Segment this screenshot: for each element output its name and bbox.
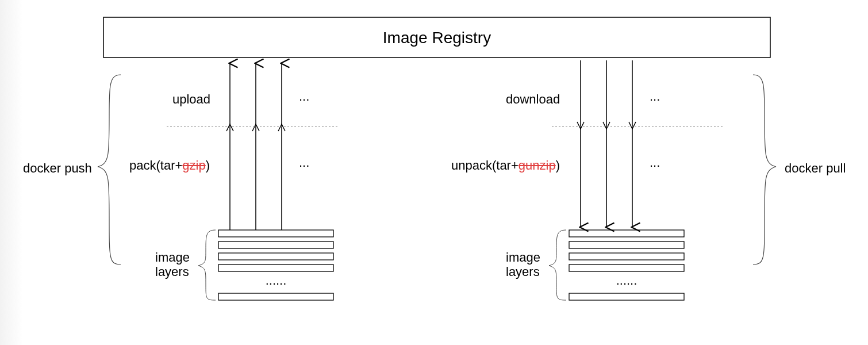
left-layers-ellipsis: ······ <box>266 276 287 290</box>
right-unpack-strike: gunzip <box>519 158 556 172</box>
svg-rect-12 <box>569 241 684 248</box>
right-brace <box>753 75 776 264</box>
right-unpack-suffix: ) <box>556 158 560 172</box>
right-arrows <box>577 60 636 227</box>
left-brace <box>98 75 121 264</box>
svg-rect-7 <box>218 293 333 300</box>
registry-title: Image Registry <box>383 29 491 47</box>
left-pack-prefix: pack(tar+ <box>129 158 182 172</box>
svg-rect-14 <box>569 264 684 271</box>
left-layers-label2: layers <box>155 264 189 279</box>
left-pack-suffix: ) <box>206 158 210 172</box>
svg-rect-13 <box>569 253 684 260</box>
svg-rect-5 <box>218 253 333 260</box>
docker-pull-label: docker pull <box>785 161 846 175</box>
svg-rect-6 <box>218 264 333 271</box>
right-unpack-prefix: unpack(tar+ <box>451 158 519 172</box>
right-unpack-dots: ··· <box>650 158 660 172</box>
svg-rect-11 <box>569 230 684 237</box>
svg-rect-15 <box>569 293 684 300</box>
svg-rect-4 <box>218 241 333 248</box>
left-pack-dots: ··· <box>299 158 309 172</box>
left-upload-dots: ··· <box>299 92 309 106</box>
right-layers-label2: layers <box>506 264 540 279</box>
docker-push-label: docker push <box>23 161 92 175</box>
right-unpack-label: unpack(tar+gunzip) <box>451 158 578 175</box>
left-pack-label: pack(tar+gzip) <box>129 158 227 175</box>
left-arrows <box>226 63 285 230</box>
left-pack-strike: gzip <box>182 158 205 172</box>
left-layers-label1: image <box>155 250 190 264</box>
left-layers-brace <box>198 230 216 300</box>
right-download-dots: ··· <box>650 92 660 106</box>
left-gradient <box>0 0 23 345</box>
right-layers-brace <box>549 230 566 300</box>
left-upload-label: upload <box>172 92 210 106</box>
right-layers-ellipsis: ······ <box>616 276 637 290</box>
svg-rect-3 <box>218 230 333 237</box>
right-layers-label1: image <box>506 250 540 264</box>
right-download-label: download <box>506 92 560 106</box>
